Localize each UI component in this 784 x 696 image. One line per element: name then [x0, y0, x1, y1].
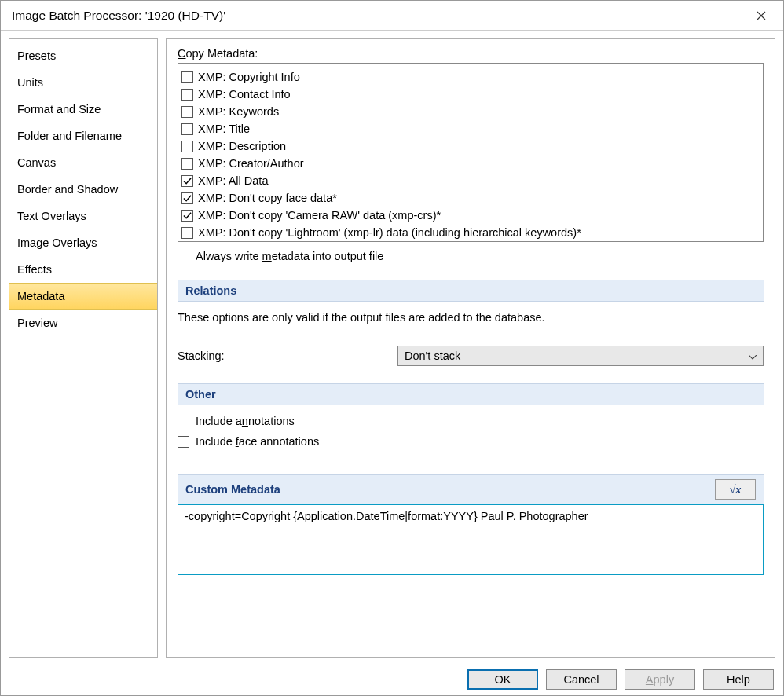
sidebar-item-metadata[interactable]: Metadata: [9, 283, 157, 310]
include-face-label: Include face annotations: [196, 435, 319, 448]
relations-header: Relations: [178, 280, 764, 302]
sidebar-item-canvas[interactable]: Canvas: [9, 149, 157, 176]
metadata-listbox[interactable]: XMP: Copyright InfoXMP: Contact InfoXMP:…: [178, 63, 764, 242]
metadata-item-label: XMP: Contact Info: [198, 88, 291, 101]
metadata-item-checkbox[interactable]: [181, 141, 193, 152]
metadata-item-checkbox[interactable]: [181, 210, 193, 222]
apply-button[interactable]: Apply: [625, 669, 695, 690]
other-header: Other: [178, 383, 764, 405]
metadata-item[interactable]: XMP: Copyright Info: [178, 68, 763, 86]
metadata-item-label: XMP: All Data: [198, 174, 268, 187]
metadata-item[interactable]: XMP: Don't copy 'Camera RAW' data (xmp-c…: [178, 207, 763, 224]
metadata-item-checkbox[interactable]: [181, 175, 193, 187]
sidebar-item-text-overlays[interactable]: Text Overlays: [9, 203, 157, 229]
metadata-item[interactable]: XMP: Don't copy face data*: [178, 189, 763, 207]
footer: OK Cancel Apply Help: [1, 664, 783, 695]
metadata-item[interactable]: XMP: Description: [178, 137, 763, 155]
stacking-label: Stacking:: [178, 350, 397, 362]
stacking-row: Stacking: Don't stack: [178, 346, 764, 366]
titlebar: Image Batch Processor: '1920 (HD-TV)': [1, 1, 783, 31]
chevron-down-icon: [749, 350, 757, 362]
custom-metadata-wrap: [178, 504, 764, 575]
sidebar-item-units[interactable]: Units: [9, 69, 157, 96]
metadata-item[interactable]: XMP: All Data: [178, 172, 763, 189]
metadata-item-label: XMP: Don't copy face data*: [198, 192, 337, 204]
sidebar-item-effects[interactable]: Effects: [9, 256, 157, 283]
metadata-item[interactable]: XMP: Title: [178, 120, 763, 137]
close-button[interactable]: [744, 3, 779, 28]
sidebar-item-preview[interactable]: Preview: [9, 310, 157, 336]
metadata-item-checkbox[interactable]: [181, 89, 193, 101]
include-face-checkbox[interactable]: [178, 436, 189, 448]
relations-note: These options are only valid if the outp…: [178, 311, 764, 324]
stacking-value: Don't stack: [405, 350, 460, 362]
metadata-item-label: XMP: Don't copy 'Lightroom' (xmp-lr) dat…: [198, 226, 581, 239]
sidebar-item-border-and-shadow[interactable]: Border and Shadow: [9, 176, 157, 203]
ok-button[interactable]: OK: [467, 669, 538, 690]
metadata-item-checkbox[interactable]: [181, 71, 193, 83]
metadata-item-label: XMP: Description: [198, 140, 286, 152]
custom-metadata-header: Custom Metadata √x: [178, 474, 764, 504]
close-icon: [757, 11, 766, 20]
always-write-label: Always write metadata into output file: [196, 250, 383, 262]
copy-metadata-label: Copy Metadata:: [178, 47, 764, 60]
metadata-item-label: XMP: Don't copy 'Camera RAW' data (xmp-c…: [198, 209, 441, 222]
help-button[interactable]: Help: [703, 669, 774, 690]
sidebar-item-folder-and-filename[interactable]: Folder and Filename: [9, 123, 157, 149]
metadata-item-label: XMP: Copyright Info: [198, 71, 300, 83]
metadata-item-checkbox[interactable]: [181, 227, 193, 239]
main-panel: Copy Metadata: XMP: Copyright InfoXMP: C…: [166, 38, 775, 658]
metadata-item-label: XMP: Creator/Author: [198, 157, 304, 170]
cancel-button[interactable]: Cancel: [546, 669, 617, 690]
include-annotations-checkbox[interactable]: [178, 416, 189, 427]
custom-metadata-input[interactable]: [183, 508, 758, 571]
metadata-item[interactable]: XMP: Creator/Author: [178, 155, 763, 172]
include-annotations-row[interactable]: Include annotations: [178, 415, 764, 427]
include-face-row[interactable]: Include face annotations: [178, 435, 764, 448]
metadata-item-label: XMP: Keywords: [198, 105, 279, 118]
window-title: Image Batch Processor: '1920 (HD-TV)': [12, 9, 744, 23]
sidebar-item-format-and-size[interactable]: Format and Size: [9, 96, 157, 123]
metadata-item-checkbox[interactable]: [181, 192, 193, 204]
always-write-row[interactable]: Always write metadata into output file: [178, 250, 764, 262]
sidebar-item-image-overlays[interactable]: Image Overlays: [9, 229, 157, 256]
stacking-select[interactable]: Don't stack: [397, 346, 764, 366]
sidebar: PresetsUnitsFormat and SizeFolder and Fi…: [9, 38, 158, 658]
metadata-item-label: XMP: Title: [198, 123, 250, 135]
metadata-item-checkbox[interactable]: [181, 158, 193, 170]
include-annotations-label: Include annotations: [196, 415, 295, 427]
metadata-item[interactable]: All Metadata including EXIF Camera Info: [178, 241, 763, 242]
metadata-item-checkbox[interactable]: [181, 106, 193, 118]
metadata-item[interactable]: XMP: Don't copy 'Lightroom' (xmp-lr) dat…: [178, 224, 763, 241]
always-write-checkbox[interactable]: [178, 251, 189, 262]
sidebar-item-presets[interactable]: Presets: [9, 42, 157, 69]
metadata-item[interactable]: XMP: Contact Info: [178, 86, 763, 103]
fx-button[interactable]: √x: [715, 479, 756, 500]
metadata-item[interactable]: XMP: Keywords: [178, 103, 763, 120]
metadata-item-checkbox[interactable]: [181, 123, 193, 135]
